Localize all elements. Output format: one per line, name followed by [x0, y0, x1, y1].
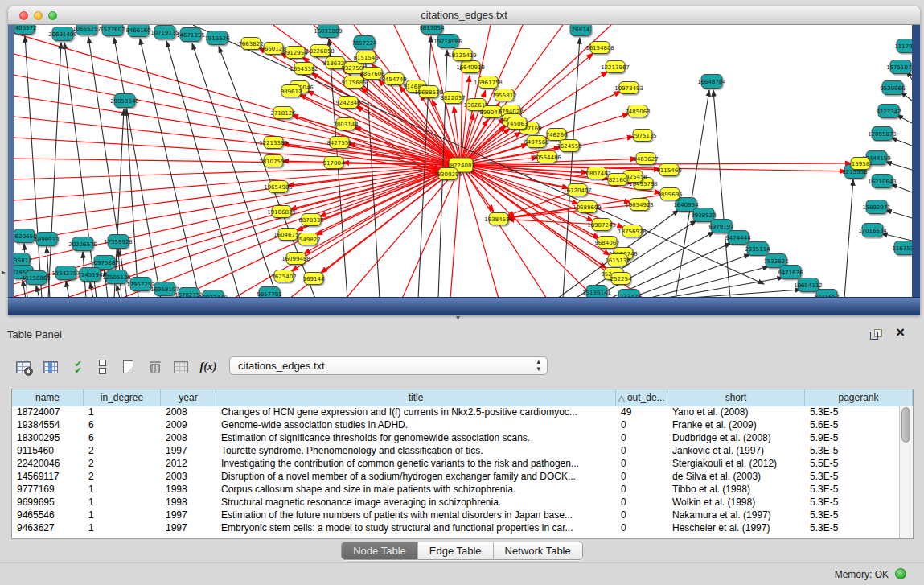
delete-table-icon[interactable]: [170, 356, 191, 378]
graph-node-label: 10655257: [72, 26, 101, 32]
table-cell: 22420046: [12, 457, 84, 470]
tab-edge-table[interactable]: Edge Table: [418, 542, 494, 559]
table-row[interactable]: 1456911722003Disruption of a novel membe…: [12, 470, 900, 483]
graph-node-label: 18300295: [433, 171, 462, 178]
table-row[interactable]: 946554611997Estimation of the future num…: [12, 509, 900, 521]
table-cell: 49: [616, 406, 667, 418]
delete-column-icon[interactable]: [145, 356, 166, 378]
table-tabs: Node TableEdge TableNetwork Table: [0, 542, 924, 559]
table-cell: 0: [616, 470, 667, 483]
table-row[interactable]: 1938455462009Genome-wide association stu…: [12, 418, 900, 431]
column-header-name[interactable]: name: [12, 389, 84, 406]
graph-node-label: 20564486: [532, 154, 561, 161]
new-column-icon[interactable]: [117, 356, 138, 378]
panel-splitter-arrow[interactable]: ▾: [456, 315, 460, 321]
column-header-in_degree[interactable]: in_degree: [84, 389, 161, 406]
graph-node-label: 1898913: [34, 237, 59, 243]
graph-node-label: 16640910: [456, 64, 485, 71]
table-row[interactable]: 911546021997Tourette syndrome. Phenomeno…: [12, 444, 900, 457]
table-cell: 1: [84, 521, 161, 534]
graph-node-label: 1615132: [605, 257, 630, 264]
table-mode-icon[interactable]: [13, 356, 34, 378]
graph-node-label: 12975125: [628, 133, 657, 139]
tab-node-table[interactable]: Node Table: [342, 542, 418, 559]
graph-node-label: 16154808: [585, 45, 614, 51]
tab-network-table[interactable]: Network Table: [494, 542, 582, 559]
window-frame: 1872400719384554183002959115460224200469…: [8, 25, 920, 315]
table-cell: 1998: [161, 496, 216, 509]
graph-node-label: 1145194: [77, 272, 103, 278]
table-row[interactable]: 1830029562008Estimation of significance …: [12, 431, 900, 444]
graph-node-label: 2405572: [14, 25, 37, 31]
table-row[interactable]: 977716911998Corpus callosum shape and si…: [12, 483, 900, 496]
graph-node-label: 1167533: [892, 245, 912, 252]
sort-ascending-icon: △: [618, 393, 624, 402]
column-header-pagerank[interactable]: pagerank: [805, 389, 913, 406]
table-row[interactable]: 969969511998Structural magnetic resonanc…: [12, 496, 900, 509]
network-graph[interactable]: 1872400719384554183002959115460224200469…: [14, 25, 912, 299]
graph-node-label: 20206576: [68, 241, 97, 248]
table-cell: 0: [616, 444, 667, 457]
table-row[interactable]: 2242004622012Investigating the contribut…: [12, 457, 900, 470]
column-header-year[interactable]: year: [161, 389, 216, 406]
table-cell: Stergiakouli et al. (2012): [667, 457, 805, 470]
attribute-table: namein_degreeyeartitle△out_de...shortpag…: [11, 389, 914, 539]
table-toolbar: ✔✔ f(x) citations_edges.txt ▴▾: [11, 354, 913, 381]
table-cell: 9115460: [12, 444, 84, 457]
table-row[interactable]: 946362711997Embryonic stem cells: a mode…: [12, 521, 900, 534]
table-cell: Investigating the contribution of common…: [216, 457, 616, 470]
table-cell: 14569117: [12, 470, 84, 483]
graph-node-label: 19166829: [267, 209, 296, 216]
function-builder-icon[interactable]: f(x): [198, 356, 219, 378]
table-cell: Nakamura et al. (1997): [667, 509, 805, 521]
float-panel-icon[interactable]: [870, 329, 882, 340]
table-cell: 18724007: [12, 406, 84, 418]
graph-node-label: 19654985: [264, 184, 293, 191]
table-cell: 1997: [161, 509, 216, 521]
table-cell: 1: [84, 509, 161, 521]
graph-node-label: 9115460: [656, 167, 681, 174]
table-cell: 5.3E-5: [805, 444, 900, 457]
column-header-title[interactable]: title: [216, 389, 616, 406]
vertical-scrollbar[interactable]: [899, 406, 913, 538]
graph-node-label: 8427552: [326, 140, 351, 146]
graph-node-label: 1640954: [673, 202, 699, 208]
window-titlebar[interactable]: citations_edges.txt: [8, 6, 920, 25]
table-cell: Dudbridge et al. (2008): [667, 431, 805, 444]
table-row[interactable]: 1872400712008Changes of HCN gene express…: [12, 406, 900, 418]
table-panel: Table Panel × ✔✔ f(x) citations_edges.tx…: [0, 322, 924, 585]
graph-node-label: 7663822: [238, 41, 263, 47]
graph-node-label: 19384554: [484, 216, 513, 223]
select-all-rows-icon[interactable]: ✔✔: [68, 356, 88, 378]
table-cell: Wolkin et al. (1998): [667, 496, 805, 509]
show-columns-icon[interactable]: [40, 356, 61, 378]
graph-node-label: 1527602: [100, 27, 125, 33]
graph-node-label: 8938923: [691, 212, 716, 219]
graph-node-label: 1549822: [295, 237, 320, 243]
table-cell: 2: [84, 444, 161, 457]
graph-node-label: 9242848: [335, 100, 360, 106]
scrollbar-thumb[interactable]: [901, 407, 910, 443]
table-cell: 0: [616, 509, 667, 521]
column-header-short[interactable]: short: [667, 389, 805, 406]
row-height-icon[interactable]: [92, 356, 113, 378]
window-frame-bottom: [8, 297, 920, 315]
close-panel-icon[interactable]: ×: [896, 323, 905, 341]
graph-edge: [891, 184, 912, 192]
table-cell: Estimation of significance thresholds fo…: [216, 431, 616, 444]
graph-node-label: 8912954: [282, 50, 308, 56]
table-cell: Tourette syndrome. Phenomenology and cla…: [216, 444, 616, 457]
graph-node-label: 8454749: [381, 76, 406, 83]
graph-node-label: 82160: [609, 177, 626, 183]
table-cell: 0: [616, 457, 667, 470]
graph-edge: [897, 115, 912, 123]
memory-status-led[interactable]: [895, 568, 906, 579]
network-canvas[interactable]: 1872400719384554183002959115460224200469…: [14, 25, 912, 299]
column-header-out_de[interactable]: △out_de...: [616, 389, 667, 406]
graph-node-label: 989612: [281, 89, 302, 95]
table-selector-dropdown[interactable]: citations_edges.txt ▴▾: [229, 356, 548, 375]
graph-node-label: 17016534: [858, 228, 887, 234]
graph-node-label: 12213389: [259, 140, 288, 146]
left-panel-collapse-arrow[interactable]: ▸: [2, 268, 6, 276]
graph-node-label: 16961758: [474, 80, 503, 86]
